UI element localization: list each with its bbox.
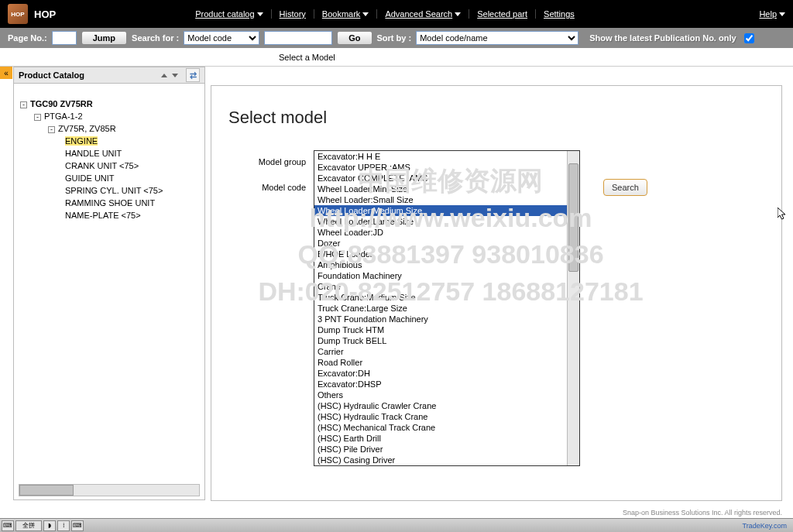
nav-settings[interactable]: Settings [536, 9, 582, 19]
dropdown-option[interactable]: (HSC) Hydraulic Track Crane [314, 411, 579, 422]
dropdown-option[interactable]: Others [314, 390, 579, 400]
sort-by-select[interactable]: Model code/name [416, 31, 578, 45]
app-logo-icon: HOP [8, 4, 28, 24]
sort-by-label: Sort by : [377, 33, 412, 43]
nav-help[interactable]: Help [759, 9, 785, 19]
sidebar-title: Product Catalog [19, 70, 156, 80]
taskbar-icon[interactable]: ⌨ [71, 520, 84, 531]
page-no-label: Page No.: [8, 33, 47, 43]
dropdown-option[interactable]: Dozer [314, 238, 579, 249]
main-panel: Select model Model group Model code Sear… [211, 85, 782, 501]
dropdown-option[interactable]: (HSC) Pile Driver [314, 444, 579, 455]
tradekey-watermark: TradeKey.com [742, 522, 791, 530]
model-group-dropdown: Excavator:H H EExcavator UPPER :AMSExcav… [314, 150, 580, 466]
tree-leaf[interactable]: GUIDE UNIT [65, 173, 115, 183]
scrollbar-thumb[interactable] [19, 485, 74, 496]
tree-toggle-icon[interactable]: - [48, 126, 55, 133]
dropdown-option[interactable]: Excavator UPPER :AMS [314, 162, 579, 173]
dropdown-option[interactable]: Truck Crane:Medium Size [314, 292, 579, 303]
tree-toggle-icon[interactable]: - [20, 101, 27, 108]
dropdown-option[interactable]: (HSC) Earth Drill [314, 433, 579, 444]
tree-toggle-icon[interactable]: - [34, 114, 41, 121]
ime-indicator[interactable]: 全拼 [15, 520, 42, 531]
model-group-label: Model group [228, 157, 314, 166]
sidebar: Product Catalog ⇄ -TGC90 ZV75RR -PTGA-1-… [13, 67, 205, 500]
tree-root[interactable]: TGC90 ZV75RR [30, 99, 93, 108]
dropdown-option[interactable]: (HSC) Casing Driver [314, 455, 579, 465]
dropdown-option[interactable]: Amphibious [314, 259, 579, 270]
dropdown-option[interactable]: Wheel Loader:Large Size [314, 216, 579, 227]
tree-leaf[interactable]: HANDLE UNIT [65, 149, 122, 158]
search-button[interactable]: Search [603, 179, 647, 196]
dropdown-option[interactable]: Wheel Loader:Small Size [314, 194, 579, 205]
nav-selected-part[interactable]: Selected part [469, 9, 536, 19]
dropdown-scrollbar[interactable] [567, 151, 579, 465]
dropdown-option[interactable]: Wheel Loader:Mini Size [314, 184, 579, 194]
tree-leaf[interactable]: RAMMING SHOE UNIT [65, 198, 155, 208]
search-for-label: Search for : [132, 33, 179, 43]
nav-advanced-search[interactable]: Advanced Search [377, 9, 469, 19]
tree-level2[interactable]: ZV75R, ZV85R [58, 124, 116, 133]
tree-panel: -TGC90 ZV75RR -PTGA-1-2 -ZV75R, ZV85R EN… [13, 84, 205, 500]
taskbar-icon[interactable]: ◗ [43, 520, 56, 531]
tree-level1[interactable]: PTGA-1-2 [44, 112, 83, 121]
dropdown-option[interactable]: Wheel Loader:JD [314, 227, 579, 238]
toolbar: Page No.: Jump Search for : Model code G… [0, 28, 793, 48]
tree-leaf[interactable]: SPRING CYL. UNIT <75> [65, 186, 163, 195]
nav-product-catalog[interactable]: Product catalog [187, 9, 271, 19]
windows-taskbar: ⌨ 全拼 ◗ ⁞ ⌨ TradeKey.com [0, 518, 793, 532]
dropdown-option[interactable]: (HSC) Hydraulic Crawler Crane [314, 400, 579, 411]
dropdown-option[interactable]: Dump Truck HTM [314, 324, 579, 335]
jump-button[interactable]: Jump [81, 31, 127, 45]
search-for-select[interactable]: Model code [184, 31, 259, 45]
taskbar-icon[interactable]: ⁞ [57, 520, 70, 531]
sidebar-collapse-toggle[interactable]: « [0, 67, 12, 79]
dropdown-option[interactable]: Truck Crane:Large Size [314, 303, 579, 314]
dropdown-option[interactable]: Foundation Machinery [314, 270, 579, 281]
model-code-label: Model code [228, 183, 314, 192]
latest-pub-checkbox[interactable] [744, 33, 754, 43]
nav-bookmark[interactable]: Bookmark [314, 9, 378, 19]
chevron-down-icon [455, 12, 461, 16]
refresh-icon[interactable]: ⇄ [186, 68, 200, 82]
app-name: HOP [34, 9, 56, 20]
page-no-input[interactable] [52, 31, 77, 45]
nav-links: Product catalog History Bookmark Advance… [187, 9, 582, 19]
scrollbar-thumb[interactable] [568, 163, 578, 272]
nav-history[interactable]: History [272, 9, 314, 19]
tree-leaf-engine[interactable]: ENGINE [65, 136, 98, 146]
chevron-down-icon [257, 12, 263, 16]
dropdown-option[interactable]: Excavator:DH [314, 368, 579, 379]
dropdown-option[interactable]: Road Roller [314, 357, 579, 368]
dropdown-option[interactable]: Dump Truck BELL [314, 335, 579, 346]
dropdown-option[interactable]: Excavator:H H E [314, 151, 579, 162]
page-title: Select model [228, 108, 764, 128]
dropdown-option[interactable]: B/HOE Loader [314, 249, 579, 259]
chevron-down-icon [779, 12, 785, 16]
dropdown-option[interactable]: Carrier [314, 346, 579, 357]
dropdown-option[interactable]: 3 PNT Foundation Machinery [314, 314, 579, 324]
top-nav-bar: HOP HOP Product catalog History Bookmark… [0, 0, 793, 28]
go-button[interactable]: Go [337, 31, 372, 45]
taskbar-icon[interactable]: ⌨ [2, 520, 14, 531]
breadcrumb: Select a Model [0, 48, 793, 67]
sidebar-up-icon[interactable] [161, 74, 167, 77]
sidebar-header: Product Catalog ⇄ [13, 67, 205, 84]
dropdown-option[interactable]: (HSC) Mechanical Track Crane [314, 422, 579, 433]
dropdown-option[interactable]: Wheel Loader:Medium Size [314, 205, 579, 216]
dropdown-option[interactable]: Crane [314, 281, 579, 292]
footer-copyright: Snap-on Business Solutions Inc. All righ… [623, 509, 782, 517]
dropdown-option[interactable]: Excavator:DHSP [314, 379, 579, 390]
sidebar-hscrollbar[interactable] [19, 484, 200, 496]
dropdown-option[interactable]: Excavator COMPLETE :AMS [314, 173, 579, 184]
chevron-down-icon [362, 12, 369, 16]
tree-leaf[interactable]: CRANK UNIT <75> [65, 161, 139, 170]
latest-pub-label: Show the latest Publication No. only [589, 33, 736, 43]
search-text-input[interactable] [264, 31, 332, 45]
sidebar-down-icon[interactable] [172, 74, 178, 77]
tree-leaf[interactable]: NAME-PLATE <75> [65, 211, 141, 220]
